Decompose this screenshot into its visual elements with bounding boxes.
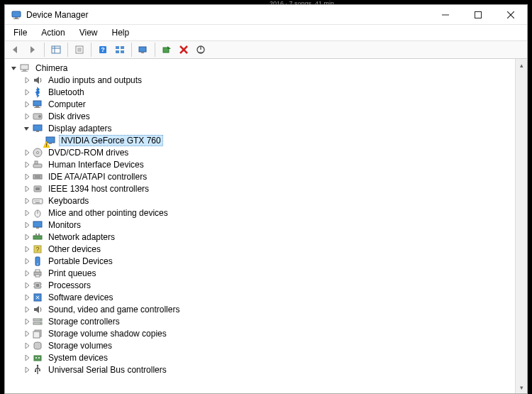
expand-toggle[interactable] <box>9 63 19 73</box>
expand-toggle[interactable] <box>22 184 32 194</box>
expand-toggle[interactable] <box>22 172 32 182</box>
tree-node-audio[interactable]: Audio inputs and outputs <box>5 74 515 86</box>
scan-button[interactable] <box>135 42 151 58</box>
menu-help[interactable]: Help <box>106 27 135 38</box>
tree-node-display[interactable]: Display adapters <box>5 122 515 134</box>
tree-node-ieee[interactable]: IEEE 1394 host controllers <box>5 182 515 195</box>
menu-file[interactable]: File <box>8 27 33 38</box>
tree-root[interactable]: Chimera <box>5 62 515 74</box>
svg-rect-80 <box>33 332 40 338</box>
tree-node-mouse[interactable]: Mice and other pointing devices <box>5 207 515 219</box>
sound-icon <box>32 304 43 315</box>
menu-action[interactable]: Action <box>35 27 70 38</box>
tree-node-ide[interactable]: IDE ATA/ATAPI controllers <box>5 170 515 182</box>
tree-node-system[interactable]: System devices <box>5 351 515 363</box>
svg-rect-17 <box>121 46 124 49</box>
uninstall-button[interactable] <box>176 42 192 58</box>
expand-toggle[interactable] <box>22 292 32 302</box>
scroll-up-icon[interactable]: ▴ <box>516 59 527 71</box>
node-label: Keyboards <box>46 195 91 207</box>
toolbar: ? <box>5 40 527 59</box>
forward-button[interactable] <box>25 42 40 58</box>
svg-text:?: ? <box>35 246 39 253</box>
svg-rect-30 <box>35 106 39 107</box>
vertical-scrollbar[interactable]: ▴ ▾ <box>515 59 527 393</box>
computerRoot-icon <box>19 62 31 74</box>
hid-icon <box>32 159 43 170</box>
toolbar-separator <box>44 43 45 57</box>
expand-toggle[interactable] <box>22 75 32 85</box>
expand-toggle[interactable] <box>22 220 32 230</box>
expand-toggle[interactable] <box>22 305 32 314</box>
tree-node-bluetooth[interactable]: Bluetooth <box>5 86 515 98</box>
tree-node-shadow[interactable]: Storage volume shadow copies <box>5 327 515 339</box>
device-tree[interactable]: Chimera Audio inputs and outputs Bluetoo… <box>5 59 515 393</box>
expand-toggle[interactable] <box>22 341 32 351</box>
svg-point-85 <box>37 364 38 366</box>
scroll-down-icon[interactable]: ▾ <box>516 381 527 393</box>
tree-node-printer[interactable]: Print queues <box>5 267 515 279</box>
update-driver-button[interactable] <box>159 42 174 58</box>
tree-node-disk[interactable]: Disk drives <box>5 110 515 122</box>
tree-node-usb[interactable]: Universal Serial Bus controllers <box>5 363 515 376</box>
tree-node-keyboard[interactable]: Keyboards <box>5 195 515 207</box>
node-label: Disk drives <box>46 111 92 122</box>
expand-toggle[interactable] <box>22 99 32 109</box>
svg-rect-60 <box>38 234 40 236</box>
show-hide-tree-button[interactable] <box>48 42 64 58</box>
tree-node-cpu[interactable]: Processors <box>5 279 515 291</box>
toolbar-separator <box>131 43 132 57</box>
svg-rect-34 <box>33 125 42 131</box>
svg-text:!: ! <box>46 143 48 148</box>
node-label: Portable Devices <box>46 256 115 267</box>
tree-node-dvd[interactable]: DVD/CD-ROM drives <box>5 146 515 158</box>
expand-toggle[interactable] <box>22 148 32 158</box>
help-button[interactable]: ? <box>95 42 111 58</box>
tree-node-monitor[interactable]: Monitors <box>5 219 515 231</box>
expand-toggle[interactable] <box>22 353 32 363</box>
expand-toggle[interactable] <box>22 232 32 242</box>
properties-button[interactable] <box>72 42 87 58</box>
svg-point-78 <box>40 322 40 323</box>
tree-node-hid[interactable]: Human Interface Devices <box>5 158 515 170</box>
tree-node-network[interactable]: Network adapters <box>5 231 515 243</box>
svg-rect-4 <box>475 11 482 18</box>
warning-overlay-icon: ! <box>43 141 50 148</box>
expand-toggle[interactable] <box>22 329 32 339</box>
expand-toggle[interactable] <box>22 208 32 218</box>
titlebar: Device Manager <box>5 5 527 25</box>
expand-toggle[interactable] <box>22 268 32 278</box>
expand-toggle[interactable] <box>22 196 32 206</box>
system-icon <box>32 352 43 363</box>
disable-button[interactable] <box>193 42 209 58</box>
expand-toggle[interactable] <box>22 111 32 121</box>
expand-toggle[interactable] <box>22 124 32 133</box>
svg-rect-42 <box>35 161 38 164</box>
expand-toggle[interactable] <box>22 160 32 170</box>
tree-node-other[interactable]: ? Other devices <box>5 243 515 255</box>
tree-node-volume[interactable]: Storage volumes <box>5 339 515 351</box>
tree-node-sound[interactable]: Sound, video and game controllers <box>5 303 515 315</box>
close-button[interactable] <box>494 5 527 24</box>
volume-icon <box>32 340 43 351</box>
node-label: NVIDIA GeForce GTX 760 <box>59 135 163 146</box>
node-label: Display adapters <box>46 123 113 134</box>
back-button[interactable] <box>8 42 23 58</box>
menu-view[interactable]: View <box>74 27 104 38</box>
expand-toggle[interactable] <box>22 87 32 97</box>
expand-toggle[interactable] <box>22 280 32 290</box>
expand-toggle[interactable] <box>22 317 32 327</box>
tree-node-portable[interactable]: Portable Devices <box>5 255 515 267</box>
tree-node-software[interactable]: Software devices <box>5 291 515 303</box>
tree-child-display[interactable]: ! NVIDIA GeForce GTX 760 <box>5 134 515 146</box>
tree-node-computer[interactable]: Computer <box>5 98 515 110</box>
svg-point-87 <box>39 370 40 371</box>
minimize-button[interactable] <box>429 5 462 24</box>
expand-toggle[interactable] <box>22 244 32 254</box>
tree-node-storage[interactable]: Storage controllers <box>5 315 515 327</box>
expand-toggle[interactable] <box>22 256 32 266</box>
action-grid-button[interactable] <box>112 42 128 58</box>
maximize-button[interactable] <box>462 5 494 24</box>
expand-toggle[interactable] <box>22 365 32 375</box>
svg-rect-86 <box>35 371 36 372</box>
